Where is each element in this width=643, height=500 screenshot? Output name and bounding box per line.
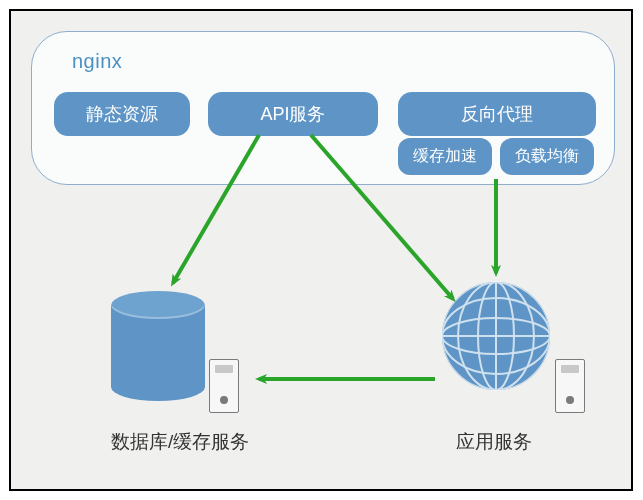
node-static-resources-label: 静态资源 (86, 102, 158, 126)
diagram-frame: nginx 静态资源 API服务 反向代理 缓存加速 负载均衡 (9, 9, 633, 491)
server-icon-db (209, 359, 239, 413)
node-load-balancing: 负载均衡 (500, 138, 594, 175)
nginx-group: nginx 静态资源 API服务 反向代理 缓存加速 负载均衡 (31, 31, 615, 185)
node-static-resources: 静态资源 (54, 92, 190, 136)
globe-icon (441, 281, 551, 391)
db-cache-label: 数据库/缓存服务 (111, 429, 249, 455)
server-icon-app (555, 359, 585, 413)
diagram-canvas: nginx 静态资源 API服务 反向代理 缓存加速 负载均衡 (11, 11, 631, 489)
node-cache-acceleration: 缓存加速 (398, 138, 492, 175)
node-reverse-proxy-label: 反向代理 (461, 102, 533, 126)
database-icon (111, 291, 205, 401)
node-api-service-label: API服务 (260, 102, 325, 126)
node-api-service: API服务 (208, 92, 378, 136)
node-load-balancing-label: 负载均衡 (515, 146, 579, 167)
nginx-title: nginx (72, 50, 122, 73)
node-cache-acceleration-label: 缓存加速 (413, 146, 477, 167)
app-service-label: 应用服务 (456, 429, 532, 455)
node-reverse-proxy: 反向代理 (398, 92, 596, 136)
